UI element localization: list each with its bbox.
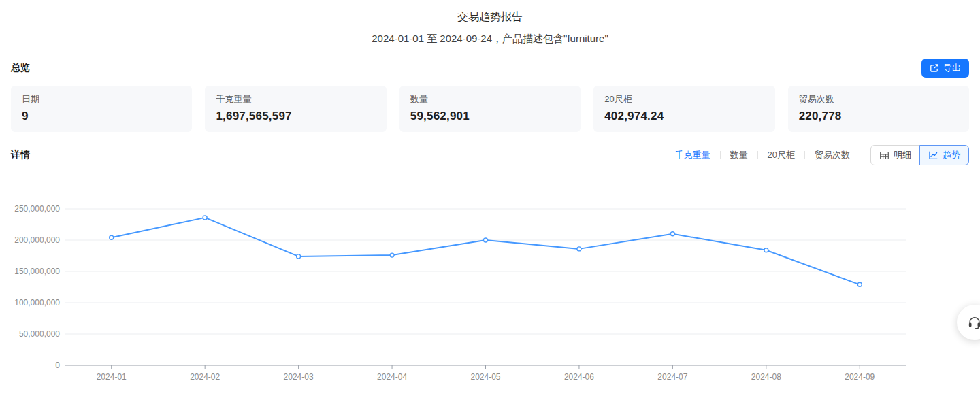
svg-text:2024-09: 2024-09 (845, 372, 875, 382)
svg-text:2024-05: 2024-05 (470, 372, 500, 382)
stat-card-value: 220,778 (799, 110, 958, 123)
stat-card-trade-count: 贸易次数 220,778 (788, 86, 969, 132)
svg-text:2024-03: 2024-03 (284, 372, 314, 382)
svg-text:250,000,000: 250,000,000 (14, 204, 60, 214)
export-button-label: 导出 (943, 62, 961, 74)
svg-text:150,000,000: 150,000,000 (14, 267, 60, 276)
line-chart-icon (928, 150, 938, 161)
details-header: 详情 千克重量 数量 20尺柜 贸易次数 明细 (0, 145, 980, 165)
svg-text:0: 0 (55, 361, 60, 370)
view-toggle-group: 明细 趋势 (870, 145, 969, 165)
table-icon (879, 150, 889, 161)
overview-header: 总览 导出 (0, 59, 980, 78)
trend-chart[interactable]: 050,000,000100,000,000150,000,000200,000… (0, 163, 980, 400)
svg-text:2024-04: 2024-04 (377, 372, 407, 382)
stat-card-value: 1,697,565,597 (216, 110, 375, 123)
detail-view-label: 明细 (894, 149, 911, 161)
trend-chart-area: 050,000,000100,000,000150,000,000200,000… (0, 163, 980, 400)
stat-card-label: 贸易次数 (799, 93, 958, 105)
trend-view-button[interactable]: 趋势 (919, 145, 969, 165)
details-section-label: 详情 (11, 149, 30, 161)
stat-card-label: 20尺柜 (604, 93, 764, 105)
stat-card-value: 9 (22, 110, 181, 123)
stat-card-label: 数量 (410, 93, 570, 105)
svg-text:2024-07: 2024-07 (657, 372, 687, 382)
trend-view-label: 趋势 (943, 149, 960, 161)
tab-separator (757, 151, 758, 159)
svg-text:2024-08: 2024-08 (751, 372, 781, 382)
svg-text:200,000,000: 200,000,000 (14, 235, 60, 245)
report-subtitle: 2024-01-01 至 2024-09-24，产品描述包含"furniture… (0, 33, 980, 46)
svg-text:100,000,000: 100,000,000 (14, 298, 60, 307)
page-title: 交易趋势报告 (0, 0, 980, 24)
metric-tab-20ft-container[interactable]: 20尺柜 (768, 149, 795, 161)
stat-card-date: 日期 9 (11, 86, 192, 132)
stat-cards-row: 日期 9 千克重量 1,697,565,597 数量 59,562,901 20… (0, 86, 980, 132)
stat-card-label: 千克重量 (216, 93, 375, 105)
stat-card-value: 59,562,901 (410, 110, 570, 123)
export-icon (930, 63, 939, 73)
svg-text:2024-02: 2024-02 (190, 372, 220, 382)
stat-card-value: 402,974.24 (604, 110, 764, 123)
tab-separator (720, 151, 721, 159)
stat-card-20ft-container: 20尺柜 402,974.24 (593, 86, 774, 132)
export-button[interactable]: 导出 (921, 59, 969, 78)
svg-text:2024-06: 2024-06 (564, 372, 594, 382)
overview-section-label: 总览 (11, 62, 30, 74)
metric-tab-quantity[interactable]: 数量 (730, 149, 748, 161)
headset-icon (967, 315, 980, 330)
tab-separator (804, 151, 805, 159)
stat-card-kg-weight: 千克重量 1,697,565,597 (205, 86, 386, 132)
svg-text:50,000,000: 50,000,000 (19, 329, 60, 339)
stat-card-label: 日期 (22, 93, 181, 105)
metric-tab-trade-count[interactable]: 贸易次数 (815, 149, 850, 161)
svg-text:2024-01: 2024-01 (97, 372, 127, 382)
metric-tab-bar: 千克重量 数量 20尺柜 贸易次数 明细 (675, 145, 969, 165)
detail-view-button[interactable]: 明细 (870, 145, 920, 165)
stat-card-quantity: 数量 59,562,901 (399, 86, 581, 132)
metric-tab-kg-weight[interactable]: 千克重量 (675, 149, 710, 161)
